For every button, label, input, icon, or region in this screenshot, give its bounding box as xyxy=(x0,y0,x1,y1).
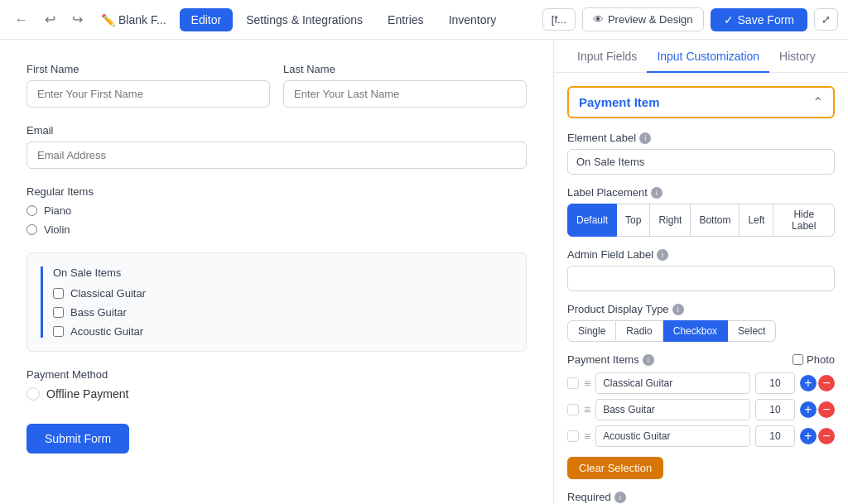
tab-inventory[interactable]: Inventory xyxy=(437,8,508,31)
admin-field-label-info-icon[interactable]: i xyxy=(657,249,668,261)
placement-bottom[interactable]: Bottom xyxy=(691,204,740,237)
payment-item-title: Payment Item xyxy=(579,95,660,109)
drag-icon-2[interactable]: ≡ xyxy=(584,403,590,416)
product-display-title: Product Display Type i xyxy=(567,303,835,315)
item-2-price-input[interactable] xyxy=(755,399,795,420)
email-section: Email xyxy=(26,124,527,169)
checkbox-bass-guitar-input[interactable] xyxy=(53,307,64,318)
tab-input-fields[interactable]: Input Fields xyxy=(567,40,647,73)
last-name-label: Last Name xyxy=(283,63,527,75)
file-icon-button[interactable]: [f... xyxy=(542,8,576,31)
email-group: Email xyxy=(26,124,527,169)
item-1-checkbox[interactable] xyxy=(567,377,579,389)
tab-settings[interactable]: Settings & Integrations xyxy=(234,8,374,31)
radio-piano[interactable]: Piano xyxy=(26,204,527,217)
display-select[interactable]: Select xyxy=(728,320,776,342)
radio-violin[interactable]: Violin xyxy=(26,223,527,236)
payment-item-row-1: ≡ + − xyxy=(567,372,835,394)
tab-entries[interactable]: Entries xyxy=(376,8,436,31)
payment-item-row-2: ≡ + − xyxy=(567,399,835,420)
regular-items-label: Regular Items xyxy=(26,185,527,198)
email-input[interactable] xyxy=(26,142,527,169)
file-name-button[interactable]: ✏️ Blank F... xyxy=(94,10,173,30)
placement-hide-label[interactable]: Hide Label xyxy=(773,204,835,237)
label-placement-info-icon[interactable]: i xyxy=(651,187,662,199)
right-content: Payment Item ⌃ Element Label i Label Pla… xyxy=(554,73,848,504)
item-2-name-input[interactable] xyxy=(595,399,750,420)
checkbox-acoustic-guitar-label: Acoustic Guitar xyxy=(70,325,143,338)
first-name-input[interactable] xyxy=(26,80,270,108)
preview-design-button[interactable]: 👁 Preview & Design xyxy=(582,7,704,31)
expand-button[interactable]: ⤢ xyxy=(814,8,838,31)
checkbox-acoustic-guitar[interactable]: Acoustic Guitar xyxy=(53,325,513,338)
placement-default[interactable]: Default xyxy=(567,204,617,237)
photo-checkbox-label[interactable]: Photo xyxy=(793,353,835,366)
item-1-name-input[interactable] xyxy=(595,372,750,394)
payment-item-header: Payment Item ⌃ xyxy=(567,86,835,118)
item-1-remove-button[interactable]: − xyxy=(818,375,835,391)
collapse-button[interactable]: ⌃ xyxy=(812,94,823,110)
file-bracket-icon: [f... xyxy=(552,13,566,26)
payment-items-header: Payment Items i Photo xyxy=(567,353,835,366)
payment-items-info-icon[interactable]: i xyxy=(643,354,654,366)
radio-violin-input[interactable] xyxy=(26,224,37,235)
radio-piano-input[interactable] xyxy=(26,205,37,216)
name-row: First Name Last Name xyxy=(26,63,527,108)
tab-history[interactable]: History xyxy=(769,40,826,73)
product-display-info-icon[interactable]: i xyxy=(672,304,684,315)
item-3-name-input[interactable] xyxy=(595,425,750,447)
admin-field-label-input[interactable] xyxy=(567,266,835,291)
display-single[interactable]: Single xyxy=(567,320,616,342)
regular-items-section: Regular Items Piano Violin xyxy=(26,185,527,236)
required-info-icon[interactable]: i xyxy=(614,492,626,503)
element-label-input[interactable] xyxy=(567,149,835,175)
checkbox-acoustic-guitar-input[interactable] xyxy=(53,326,64,337)
undo-button[interactable]: ↩ xyxy=(40,8,60,31)
item-2-actions: + − xyxy=(800,401,835,418)
payment-items-row: Payment Items i Photo ≡ + xyxy=(567,353,835,479)
item-1-price-input[interactable] xyxy=(755,372,795,394)
first-name-label: First Name xyxy=(26,63,270,75)
offline-payment-radio[interactable] xyxy=(26,387,40,401)
tab-input-customization[interactable]: Input Customization xyxy=(647,40,769,73)
save-form-button[interactable]: ✓ Save Form xyxy=(711,8,807,31)
item-2-remove-button[interactable]: − xyxy=(818,401,835,418)
on-sale-label: On Sale Items xyxy=(53,266,513,279)
offline-payment-group: Offline Payment xyxy=(26,387,527,401)
checkbox-bass-guitar[interactable]: Bass Guitar xyxy=(53,306,513,319)
drag-icon-1[interactable]: ≡ xyxy=(584,377,590,390)
placement-buttons: Default Top Right Bottom Left Hide Label xyxy=(567,204,835,237)
drag-icon-3[interactable]: ≡ xyxy=(584,430,590,443)
back-button[interactable]: ← xyxy=(10,9,33,31)
required-label: Required i xyxy=(567,491,835,503)
file-name-label: Blank F... xyxy=(118,13,166,26)
element-label-info-icon[interactable]: i xyxy=(639,132,651,144)
item-2-checkbox[interactable] xyxy=(567,404,579,415)
item-1-add-button[interactable]: + xyxy=(800,375,817,391)
submit-form-button[interactable]: Submit Form xyxy=(26,424,129,454)
placement-right[interactable]: Right xyxy=(650,204,691,237)
main-layout: First Name Last Name Email Regular Items… xyxy=(0,40,848,504)
checkbox-classical-guitar-input[interactable] xyxy=(53,288,64,299)
last-name-group: Last Name xyxy=(283,63,527,108)
nav-tabs: Editor Settings & Integrations Entries I… xyxy=(180,8,508,31)
item-3-remove-button[interactable]: − xyxy=(818,428,835,444)
on-sale-items-section: On Sale Items Classical Guitar Bass Guit… xyxy=(26,252,527,352)
placement-top[interactable]: Top xyxy=(617,204,650,237)
item-2-add-button[interactable]: + xyxy=(800,401,817,418)
item-3-actions: + − xyxy=(800,428,835,444)
item-3-price-input[interactable] xyxy=(755,425,795,447)
clear-selection-button[interactable]: Clear Selection xyxy=(567,457,663,479)
display-checkbox[interactable]: Checkbox xyxy=(663,320,728,342)
display-radio[interactable]: Radio xyxy=(616,320,662,342)
placement-left[interactable]: Left xyxy=(740,204,773,237)
first-name-group: First Name xyxy=(26,63,270,108)
last-name-input[interactable] xyxy=(283,80,527,108)
photo-checkbox-input[interactable] xyxy=(793,354,803,365)
item-3-checkbox[interactable] xyxy=(567,430,579,442)
tab-editor[interactable]: Editor xyxy=(180,8,234,31)
redo-button[interactable]: ↪ xyxy=(67,8,88,31)
on-sale-border: On Sale Items Classical Guitar Bass Guit… xyxy=(41,266,513,338)
item-3-add-button[interactable]: + xyxy=(800,428,817,444)
checkbox-classical-guitar[interactable]: Classical Guitar xyxy=(53,287,513,300)
